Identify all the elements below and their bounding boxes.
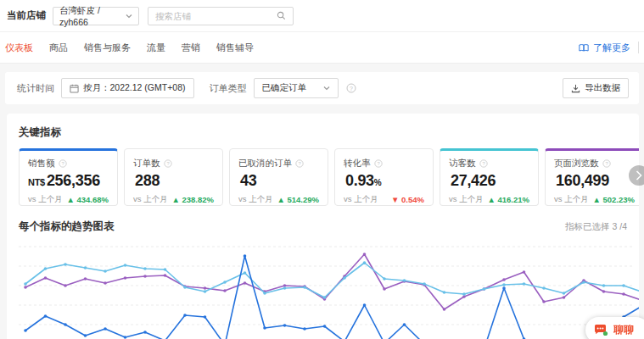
- compare-label: vs 上个月: [554, 194, 589, 205]
- metric-label: 页面浏览数: [554, 158, 599, 170]
- date-range-value: 按月：2022.12 (GMT+08): [83, 82, 186, 94]
- svg-text:?: ?: [166, 161, 170, 166]
- metric-card-sales[interactable]: 销售额? NT$256,356 vs 上个月▲ 434.68%: [19, 148, 118, 206]
- metric-card-cancelled-orders[interactable]: 已取消的订单? 43 vs 上个月▲ 514.29%: [229, 148, 328, 206]
- date-range-button[interactable]: 按月：2022.12 (GMT+08): [61, 78, 194, 98]
- help-icon: ?: [479, 159, 488, 168]
- svg-text:?: ?: [377, 161, 380, 166]
- currency-prefix: NT$: [28, 177, 45, 187]
- change-badge: ▲ 514.29%: [277, 195, 319, 204]
- tab-products[interactable]: 商品: [49, 42, 68, 54]
- metric-card-pageviews[interactable]: 页面浏览数? 160,499 vs 上个月▲ 502.23%: [545, 148, 639, 206]
- change-badge: ▲ 416.21%: [487, 195, 529, 204]
- svg-text:?: ?: [605, 161, 608, 166]
- help-icon: ?: [59, 159, 67, 168]
- metric-value: 288: [135, 172, 160, 189]
- top-bar: 当前店铺 台湾虾皮 / zyh666: [0, 0, 644, 32]
- change-badge: ▲ 238.82%: [171, 195, 214, 204]
- shop-search-input[interactable]: [155, 11, 277, 21]
- metric-value: 0.93: [345, 172, 374, 189]
- order-type-label: 订单类型: [210, 82, 247, 95]
- change-badge: ▼ 0.54%: [391, 195, 424, 204]
- download-icon: [571, 84, 580, 93]
- compare-label: vs 上个月: [344, 194, 378, 205]
- learn-more-label: 了解更多: [593, 42, 630, 54]
- tab-traffic[interactable]: 流量: [147, 42, 165, 54]
- metric-value: 27,426: [451, 172, 496, 189]
- change-badge: ▲ 502.23%: [592, 195, 635, 204]
- help-icon: ?: [602, 159, 611, 168]
- chevron-down-icon: [323, 86, 330, 91]
- metric-label: 转化率: [344, 158, 371, 170]
- export-data-button[interactable]: 导出数据: [563, 78, 629, 98]
- chat-bubble-icon: [594, 324, 608, 337]
- metric-value: 43: [240, 172, 256, 189]
- dashboard-panel: 关键指标 销售额? NT$256,356 vs 上个月▲ 434.68% 订单数…: [7, 114, 639, 339]
- nav-divider: [638, 42, 639, 53]
- tab-dashboard[interactable]: 仪表板: [5, 42, 33, 54]
- help-icon: ?: [164, 159, 172, 168]
- svg-text:?: ?: [482, 161, 485, 166]
- help-icon: ?: [374, 159, 383, 168]
- export-data-label: 导出数据: [585, 82, 620, 94]
- metric-value: 160,499: [556, 172, 609, 189]
- metric-label: 访客数: [449, 158, 476, 170]
- metric-label: 销售额: [28, 158, 55, 170]
- tab-sales-service[interactable]: 销售与服务: [84, 42, 131, 54]
- metric-label: 已取消的订单: [238, 158, 292, 170]
- calendar-icon: [70, 84, 79, 93]
- chevron-down-icon: [126, 14, 132, 19]
- compare-label: vs 上个月: [238, 194, 273, 205]
- book-icon: [579, 43, 589, 53]
- tab-marketing[interactable]: 营销: [182, 42, 200, 54]
- trend-arrow-icon: ▲: [487, 195, 495, 204]
- filter-bar: 统计时间 按月：2022.12 (GMT+08) 订单类型 已确定订单 ? 导出…: [5, 72, 639, 104]
- chevron-right-icon: [636, 170, 642, 181]
- svg-text:?: ?: [298, 161, 301, 166]
- metric-card-visitors[interactable]: 访客数? 27,426 vs 上个月▲ 416.21%: [440, 148, 539, 206]
- metric-value: 256,356: [47, 172, 100, 189]
- compare-label: vs 上个月: [449, 194, 484, 205]
- shop-search-box[interactable]: [148, 7, 294, 25]
- chat-button[interactable]: 聊聊: [585, 317, 644, 339]
- trend-arrow-icon: ▲: [66, 195, 74, 204]
- time-filter-label: 统计时间: [17, 82, 54, 95]
- trend-arrow-icon: ▲: [592, 195, 600, 204]
- order-type-select[interactable]: 已确定订单: [254, 78, 339, 98]
- trend-arrow-icon: ▲: [277, 195, 284, 204]
- chat-label: 聊聊: [613, 323, 634, 337]
- shop-select-value: 台湾虾皮 / zyh666: [59, 5, 126, 27]
- trend-section-header: 每个指标的趋势图表 指标已选择 3 /4: [19, 220, 627, 234]
- main-nav: 仪表板 商品 销售与服务 流量 营销 销售辅导 了解更多: [0, 32, 644, 64]
- metric-cards-row: 销售额? NT$256,356 vs 上个月▲ 434.68% 订单数? 288…: [19, 148, 639, 206]
- key-metrics-title: 关键指标: [19, 125, 627, 140]
- metric-label: 订单数: [133, 158, 160, 170]
- help-icon[interactable]: ?: [346, 83, 356, 93]
- svg-text:?: ?: [350, 86, 353, 92]
- trend-arrow-icon: ▲: [171, 195, 179, 204]
- shop-select-dropdown[interactable]: 台湾虾皮 / zyh666: [53, 7, 139, 25]
- learn-more-link[interactable]: 了解更多: [579, 42, 630, 54]
- order-type-value: 已确定订单: [262, 82, 307, 94]
- compare-label: vs 上个月: [28, 194, 63, 205]
- carousel-next-button[interactable]: [629, 165, 644, 186]
- metrics-selected-note: 指标已选择 3 /4: [565, 221, 627, 233]
- trend-line-chart[interactable]: [7, 242, 639, 339]
- svg-text:?: ?: [61, 161, 64, 166]
- change-badge: ▲ 434.68%: [66, 195, 109, 204]
- search-icon: [277, 11, 286, 20]
- tab-sales-coaching[interactable]: 销售辅导: [216, 42, 254, 54]
- current-shop-label: 当前店铺: [7, 9, 46, 22]
- metric-card-orders[interactable]: 订单数? 288 vs 上个月▲ 238.82%: [124, 148, 223, 206]
- help-icon: ?: [295, 159, 304, 168]
- trend-arrow-icon: ▼: [391, 195, 399, 204]
- trend-section-title: 每个指标的趋势图表: [19, 220, 115, 234]
- metric-card-conversion-rate[interactable]: 转化率? 0.93% vs 上个月▼ 0.54%: [334, 148, 434, 206]
- compare-label: vs 上个月: [133, 194, 168, 205]
